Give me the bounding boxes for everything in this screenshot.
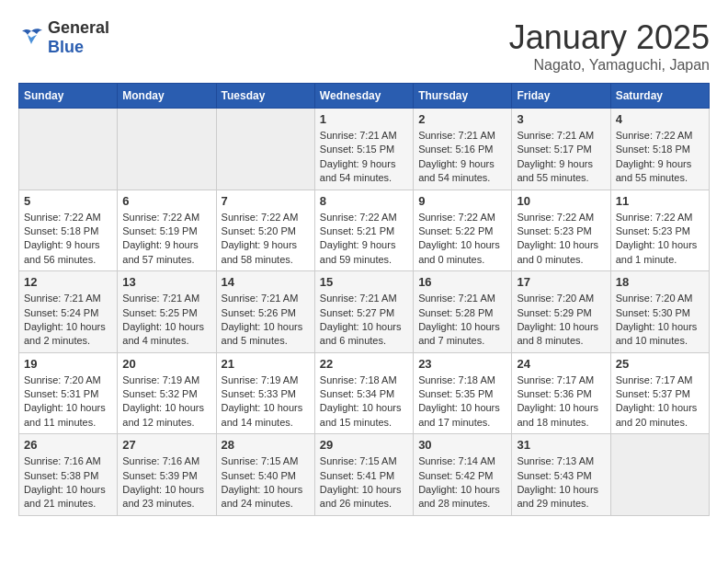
day-info: Sunrise: 7:22 AMSunset: 5:18 PMDaylight:… xyxy=(616,129,704,186)
calendar-cell: 18 Sunrise: 7:20 AMSunset: 5:30 PMDaylig… xyxy=(610,271,709,353)
day-info: Sunrise: 7:19 AMSunset: 5:33 PMDaylight:… xyxy=(222,373,310,431)
logo-general: General xyxy=(48,18,109,37)
weekday-header-tuesday: Tuesday xyxy=(216,84,314,109)
day-info: Sunrise: 7:22 AMSunset: 5:21 PMDaylight:… xyxy=(320,211,408,268)
day-info: Sunrise: 7:22 AMSunset: 5:19 PMDaylight:… xyxy=(122,211,210,268)
day-number: 27 xyxy=(122,438,210,452)
day-number: 9 xyxy=(418,194,506,208)
calendar-cell: 7 Sunrise: 7:22 AMSunset: 5:20 PMDayligh… xyxy=(216,190,314,271)
day-number: 24 xyxy=(517,357,605,371)
day-number: 13 xyxy=(122,275,210,289)
calendar-cell: 24 Sunrise: 7:17 AMSunset: 5:36 PMDaylig… xyxy=(512,352,610,434)
week-row-5: 26 Sunrise: 7:16 AMSunset: 5:38 PMDaylig… xyxy=(19,434,710,516)
day-info: Sunrise: 7:22 AMSunset: 5:18 PMDaylight:… xyxy=(24,211,112,268)
week-row-4: 19 Sunrise: 7:20 AMSunset: 5:31 PMDaylig… xyxy=(19,352,710,434)
calendar-cell: 16 Sunrise: 7:21 AMSunset: 5:28 PMDaylig… xyxy=(414,271,512,353)
day-info: Sunrise: 7:22 AMSunset: 5:20 PMDaylight:… xyxy=(222,211,310,268)
title-area: January 2025 Nagato, Yamaguchi, Japan xyxy=(509,18,710,74)
day-info: Sunrise: 7:21 AMSunset: 5:16 PMDaylight:… xyxy=(418,129,506,186)
day-number: 10 xyxy=(517,194,605,208)
day-number: 22 xyxy=(320,357,408,371)
weekday-header-saturday: Saturday xyxy=(610,84,709,109)
calendar-cell: 3 Sunrise: 7:21 AMSunset: 5:17 PMDayligh… xyxy=(512,109,610,190)
calendar-cell: 21 Sunrise: 7:19 AMSunset: 5:33 PMDaylig… xyxy=(216,352,314,434)
day-info: Sunrise: 7:15 AMSunset: 5:40 PMDaylight:… xyxy=(222,454,310,511)
day-number: 8 xyxy=(320,194,408,208)
day-number: 14 xyxy=(222,275,310,289)
calendar-cell: 2 Sunrise: 7:21 AMSunset: 5:16 PMDayligh… xyxy=(414,109,512,190)
day-number: 15 xyxy=(320,275,408,289)
weekday-header-friday: Friday xyxy=(512,84,610,109)
calendar-cell: 17 Sunrise: 7:20 AMSunset: 5:29 PMDaylig… xyxy=(512,271,610,353)
day-number: 16 xyxy=(418,275,506,289)
day-info: Sunrise: 7:21 AMSunset: 5:27 PMDaylight:… xyxy=(320,292,408,349)
calendar-cell: 5 Sunrise: 7:22 AMSunset: 5:18 PMDayligh… xyxy=(19,190,118,271)
calendar-cell: 30 Sunrise: 7:14 AMSunset: 5:42 PMDaylig… xyxy=(414,434,512,516)
calendar-cell: 22 Sunrise: 7:18 AMSunset: 5:34 PMDaylig… xyxy=(314,352,413,434)
week-row-3: 12 Sunrise: 7:21 AMSunset: 5:24 PMDaylig… xyxy=(19,271,710,353)
day-info: Sunrise: 7:20 AMSunset: 5:30 PMDaylight:… xyxy=(616,292,704,349)
calendar-cell: 25 Sunrise: 7:17 AMSunset: 5:37 PMDaylig… xyxy=(610,352,709,434)
day-info: Sunrise: 7:21 AMSunset: 5:26 PMDaylight:… xyxy=(222,292,310,349)
day-number: 18 xyxy=(616,275,704,289)
day-number: 21 xyxy=(222,357,310,371)
day-number: 28 xyxy=(222,438,310,452)
day-number: 25 xyxy=(616,357,704,371)
calendar-cell: 14 Sunrise: 7:21 AMSunset: 5:26 PMDaylig… xyxy=(216,271,314,353)
day-number: 2 xyxy=(418,112,506,126)
day-info: Sunrise: 7:16 AMSunset: 5:38 PMDaylight:… xyxy=(24,454,112,511)
calendar-cell: 27 Sunrise: 7:16 AMSunset: 5:39 PMDaylig… xyxy=(118,434,216,516)
day-number: 11 xyxy=(616,194,704,208)
calendar-cell: 13 Sunrise: 7:21 AMSunset: 5:25 PMDaylig… xyxy=(118,271,216,353)
weekday-row: SundayMondayTuesdayWednesdayThursdayFrid… xyxy=(19,84,710,109)
day-number: 26 xyxy=(24,438,112,452)
week-row-1: 1 Sunrise: 7:21 AMSunset: 5:15 PMDayligh… xyxy=(19,109,710,190)
day-number: 20 xyxy=(122,357,210,371)
logo-icon xyxy=(18,28,44,48)
weekday-header-thursday: Thursday xyxy=(414,84,512,109)
day-info: Sunrise: 7:21 AMSunset: 5:25 PMDaylight:… xyxy=(122,292,210,349)
day-info: Sunrise: 7:14 AMSunset: 5:42 PMDaylight:… xyxy=(418,454,506,511)
calendar-cell: 15 Sunrise: 7:21 AMSunset: 5:27 PMDaylig… xyxy=(314,271,413,353)
day-info: Sunrise: 7:18 AMSunset: 5:34 PMDaylight:… xyxy=(320,373,408,431)
day-info: Sunrise: 7:17 AMSunset: 5:36 PMDaylight:… xyxy=(517,373,605,431)
day-info: Sunrise: 7:18 AMSunset: 5:35 PMDaylight:… xyxy=(418,373,506,431)
day-info: Sunrise: 7:19 AMSunset: 5:32 PMDaylight:… xyxy=(122,373,210,431)
weekday-header-monday: Monday xyxy=(118,84,216,109)
weekday-header-wednesday: Wednesday xyxy=(314,84,413,109)
calendar-table: SundayMondayTuesdayWednesdayThursdayFrid… xyxy=(18,83,710,516)
calendar-cell: 12 Sunrise: 7:21 AMSunset: 5:24 PMDaylig… xyxy=(19,271,118,353)
day-info: Sunrise: 7:21 AMSunset: 5:15 PMDaylight:… xyxy=(320,129,408,186)
day-number: 17 xyxy=(517,275,605,289)
week-row-2: 5 Sunrise: 7:22 AMSunset: 5:18 PMDayligh… xyxy=(19,190,710,271)
logo-text: General Blue xyxy=(48,18,109,57)
calendar-cell: 11 Sunrise: 7:22 AMSunset: 5:23 PMDaylig… xyxy=(610,190,709,271)
day-info: Sunrise: 7:16 AMSunset: 5:39 PMDaylight:… xyxy=(122,454,210,511)
calendar-cell: 6 Sunrise: 7:22 AMSunset: 5:19 PMDayligh… xyxy=(118,190,216,271)
logo-blue: Blue xyxy=(48,38,84,56)
day-info: Sunrise: 7:22 AMSunset: 5:22 PMDaylight:… xyxy=(418,211,506,268)
calendar-cell: 10 Sunrise: 7:22 AMSunset: 5:23 PMDaylig… xyxy=(512,190,610,271)
weekday-header-sunday: Sunday xyxy=(19,84,118,109)
logo: General Blue xyxy=(18,18,109,57)
month-title: January 2025 xyxy=(509,18,710,57)
calendar-cell: 20 Sunrise: 7:19 AMSunset: 5:32 PMDaylig… xyxy=(118,352,216,434)
calendar-cell xyxy=(19,109,118,190)
calendar-header: SundayMondayTuesdayWednesdayThursdayFrid… xyxy=(19,84,710,109)
day-number: 23 xyxy=(418,357,506,371)
day-info: Sunrise: 7:21 AMSunset: 5:28 PMDaylight:… xyxy=(418,292,506,349)
day-number: 29 xyxy=(320,438,408,452)
calendar-cell: 29 Sunrise: 7:15 AMSunset: 5:41 PMDaylig… xyxy=(314,434,413,516)
calendar-cell: 4 Sunrise: 7:22 AMSunset: 5:18 PMDayligh… xyxy=(610,109,709,190)
day-info: Sunrise: 7:20 AMSunset: 5:29 PMDaylight:… xyxy=(517,292,605,349)
calendar-cell: 26 Sunrise: 7:16 AMSunset: 5:38 PMDaylig… xyxy=(19,434,118,516)
calendar-body: 1 Sunrise: 7:21 AMSunset: 5:15 PMDayligh… xyxy=(19,109,710,516)
calendar-cell: 23 Sunrise: 7:18 AMSunset: 5:35 PMDaylig… xyxy=(414,352,512,434)
calendar-cell: 28 Sunrise: 7:15 AMSunset: 5:40 PMDaylig… xyxy=(216,434,314,516)
day-number: 30 xyxy=(418,438,506,452)
day-number: 1 xyxy=(320,112,408,126)
day-info: Sunrise: 7:21 AMSunset: 5:24 PMDaylight:… xyxy=(24,292,112,349)
day-info: Sunrise: 7:15 AMSunset: 5:41 PMDaylight:… xyxy=(320,454,408,511)
calendar-cell: 19 Sunrise: 7:20 AMSunset: 5:31 PMDaylig… xyxy=(19,352,118,434)
day-number: 5 xyxy=(24,194,112,208)
